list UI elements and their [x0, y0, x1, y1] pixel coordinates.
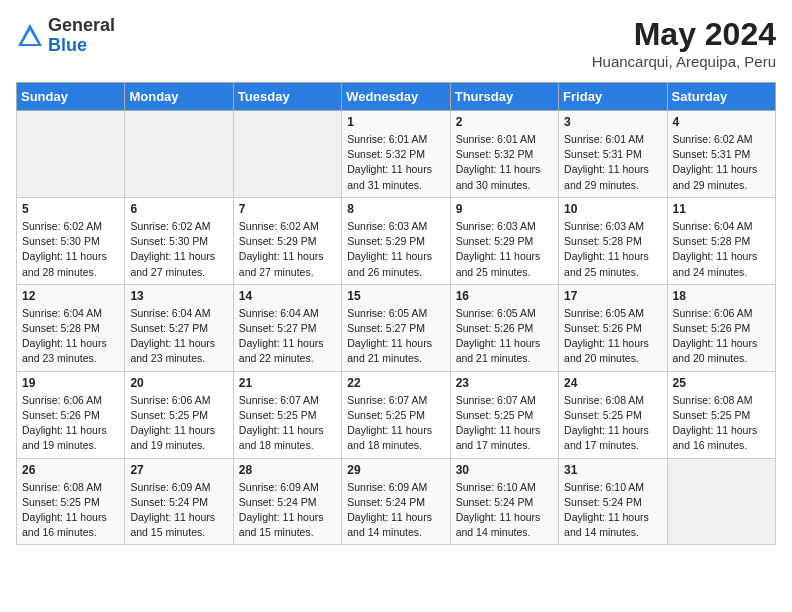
calendar-cell: 29Sunrise: 6:09 AM Sunset: 5:24 PM Dayli… [342, 458, 450, 545]
calendar-cell: 18Sunrise: 6:06 AM Sunset: 5:26 PM Dayli… [667, 284, 775, 371]
day-info: Sunrise: 6:04 AM Sunset: 5:28 PM Dayligh… [673, 219, 770, 280]
logo-icon [16, 22, 44, 50]
location-label: Huancarqui, Arequipa, Peru [592, 53, 776, 70]
day-info: Sunrise: 6:09 AM Sunset: 5:24 PM Dayligh… [130, 480, 227, 541]
calendar-cell: 5Sunrise: 6:02 AM Sunset: 5:30 PM Daylig… [17, 197, 125, 284]
calendar-cell: 31Sunrise: 6:10 AM Sunset: 5:24 PM Dayli… [559, 458, 667, 545]
day-number: 14 [239, 289, 336, 303]
day-info: Sunrise: 6:06 AM Sunset: 5:26 PM Dayligh… [673, 306, 770, 367]
header-day: Wednesday [342, 83, 450, 111]
calendar-cell: 27Sunrise: 6:09 AM Sunset: 5:24 PM Dayli… [125, 458, 233, 545]
day-info: Sunrise: 6:06 AM Sunset: 5:25 PM Dayligh… [130, 393, 227, 454]
day-info: Sunrise: 6:03 AM Sunset: 5:28 PM Dayligh… [564, 219, 661, 280]
calendar-cell: 3Sunrise: 6:01 AM Sunset: 5:31 PM Daylig… [559, 111, 667, 198]
day-info: Sunrise: 6:08 AM Sunset: 5:25 PM Dayligh… [22, 480, 119, 541]
day-info: Sunrise: 6:02 AM Sunset: 5:30 PM Dayligh… [130, 219, 227, 280]
day-number: 3 [564, 115, 661, 129]
day-info: Sunrise: 6:04 AM Sunset: 5:28 PM Dayligh… [22, 306, 119, 367]
day-number: 21 [239, 376, 336, 390]
calendar-cell: 7Sunrise: 6:02 AM Sunset: 5:29 PM Daylig… [233, 197, 341, 284]
day-number: 30 [456, 463, 553, 477]
calendar-cell: 23Sunrise: 6:07 AM Sunset: 5:25 PM Dayli… [450, 371, 558, 458]
calendar-cell: 19Sunrise: 6:06 AM Sunset: 5:26 PM Dayli… [17, 371, 125, 458]
day-number: 7 [239, 202, 336, 216]
calendar-cell: 28Sunrise: 6:09 AM Sunset: 5:24 PM Dayli… [233, 458, 341, 545]
calendar-cell: 24Sunrise: 6:08 AM Sunset: 5:25 PM Dayli… [559, 371, 667, 458]
calendar-cell: 22Sunrise: 6:07 AM Sunset: 5:25 PM Dayli… [342, 371, 450, 458]
calendar-cell: 15Sunrise: 6:05 AM Sunset: 5:27 PM Dayli… [342, 284, 450, 371]
day-number: 8 [347, 202, 444, 216]
calendar-cell: 1Sunrise: 6:01 AM Sunset: 5:32 PM Daylig… [342, 111, 450, 198]
day-info: Sunrise: 6:03 AM Sunset: 5:29 PM Dayligh… [347, 219, 444, 280]
day-info: Sunrise: 6:08 AM Sunset: 5:25 PM Dayligh… [673, 393, 770, 454]
calendar-cell: 14Sunrise: 6:04 AM Sunset: 5:27 PM Dayli… [233, 284, 341, 371]
page-header: General Blue May 2024 Huancarqui, Arequi… [16, 16, 776, 70]
calendar-cell: 21Sunrise: 6:07 AM Sunset: 5:25 PM Dayli… [233, 371, 341, 458]
day-number: 25 [673, 376, 770, 390]
calendar-table: SundayMondayTuesdayWednesdayThursdayFrid… [16, 82, 776, 545]
header-day: Friday [559, 83, 667, 111]
logo-general: General [48, 16, 115, 36]
day-info: Sunrise: 6:07 AM Sunset: 5:25 PM Dayligh… [239, 393, 336, 454]
calendar-cell: 20Sunrise: 6:06 AM Sunset: 5:25 PM Dayli… [125, 371, 233, 458]
calendar-cell: 8Sunrise: 6:03 AM Sunset: 5:29 PM Daylig… [342, 197, 450, 284]
header-day: Sunday [17, 83, 125, 111]
day-info: Sunrise: 6:07 AM Sunset: 5:25 PM Dayligh… [347, 393, 444, 454]
day-number: 29 [347, 463, 444, 477]
day-number: 31 [564, 463, 661, 477]
day-info: Sunrise: 6:08 AM Sunset: 5:25 PM Dayligh… [564, 393, 661, 454]
day-info: Sunrise: 6:01 AM Sunset: 5:32 PM Dayligh… [347, 132, 444, 193]
day-info: Sunrise: 6:04 AM Sunset: 5:27 PM Dayligh… [239, 306, 336, 367]
calendar-week-row: 26Sunrise: 6:08 AM Sunset: 5:25 PM Dayli… [17, 458, 776, 545]
day-number: 22 [347, 376, 444, 390]
day-number: 23 [456, 376, 553, 390]
calendar-cell [17, 111, 125, 198]
day-info: Sunrise: 6:05 AM Sunset: 5:26 PM Dayligh… [456, 306, 553, 367]
header-day: Saturday [667, 83, 775, 111]
day-number: 5 [22, 202, 119, 216]
calendar-header: SundayMondayTuesdayWednesdayThursdayFrid… [17, 83, 776, 111]
day-number: 10 [564, 202, 661, 216]
calendar-cell: 25Sunrise: 6:08 AM Sunset: 5:25 PM Dayli… [667, 371, 775, 458]
day-info: Sunrise: 6:02 AM Sunset: 5:29 PM Dayligh… [239, 219, 336, 280]
day-number: 27 [130, 463, 227, 477]
day-number: 17 [564, 289, 661, 303]
calendar-cell: 17Sunrise: 6:05 AM Sunset: 5:26 PM Dayli… [559, 284, 667, 371]
day-number: 16 [456, 289, 553, 303]
calendar-week-row: 5Sunrise: 6:02 AM Sunset: 5:30 PM Daylig… [17, 197, 776, 284]
calendar-cell: 2Sunrise: 6:01 AM Sunset: 5:32 PM Daylig… [450, 111, 558, 198]
calendar-cell [233, 111, 341, 198]
day-number: 20 [130, 376, 227, 390]
calendar-cell: 4Sunrise: 6:02 AM Sunset: 5:31 PM Daylig… [667, 111, 775, 198]
calendar-cell: 16Sunrise: 6:05 AM Sunset: 5:26 PM Dayli… [450, 284, 558, 371]
day-number: 9 [456, 202, 553, 216]
day-number: 2 [456, 115, 553, 129]
day-number: 15 [347, 289, 444, 303]
calendar-cell: 26Sunrise: 6:08 AM Sunset: 5:25 PM Dayli… [17, 458, 125, 545]
day-number: 11 [673, 202, 770, 216]
calendar-week-row: 1Sunrise: 6:01 AM Sunset: 5:32 PM Daylig… [17, 111, 776, 198]
day-number: 24 [564, 376, 661, 390]
calendar-cell: 9Sunrise: 6:03 AM Sunset: 5:29 PM Daylig… [450, 197, 558, 284]
day-info: Sunrise: 6:03 AM Sunset: 5:29 PM Dayligh… [456, 219, 553, 280]
day-info: Sunrise: 6:10 AM Sunset: 5:24 PM Dayligh… [456, 480, 553, 541]
day-number: 6 [130, 202, 227, 216]
calendar-week-row: 12Sunrise: 6:04 AM Sunset: 5:28 PM Dayli… [17, 284, 776, 371]
day-info: Sunrise: 6:01 AM Sunset: 5:32 PM Dayligh… [456, 132, 553, 193]
day-number: 13 [130, 289, 227, 303]
day-number: 28 [239, 463, 336, 477]
calendar-cell: 13Sunrise: 6:04 AM Sunset: 5:27 PM Dayli… [125, 284, 233, 371]
day-info: Sunrise: 6:09 AM Sunset: 5:24 PM Dayligh… [347, 480, 444, 541]
day-number: 19 [22, 376, 119, 390]
header-day: Tuesday [233, 83, 341, 111]
calendar-cell [125, 111, 233, 198]
day-info: Sunrise: 6:04 AM Sunset: 5:27 PM Dayligh… [130, 306, 227, 367]
logo: General Blue [16, 16, 115, 56]
calendar-cell: 12Sunrise: 6:04 AM Sunset: 5:28 PM Dayli… [17, 284, 125, 371]
logo-text: General Blue [48, 16, 115, 56]
calendar-body: 1Sunrise: 6:01 AM Sunset: 5:32 PM Daylig… [17, 111, 776, 545]
title-block: May 2024 Huancarqui, Arequipa, Peru [592, 16, 776, 70]
header-day: Thursday [450, 83, 558, 111]
day-info: Sunrise: 6:09 AM Sunset: 5:24 PM Dayligh… [239, 480, 336, 541]
calendar-cell: 30Sunrise: 6:10 AM Sunset: 5:24 PM Dayli… [450, 458, 558, 545]
